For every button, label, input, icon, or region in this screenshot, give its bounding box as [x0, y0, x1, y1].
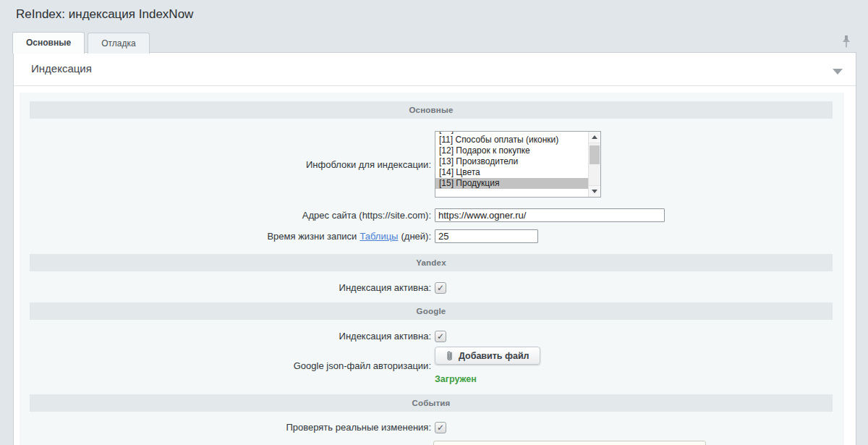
tables-link[interactable]: Таблицы [359, 231, 398, 242]
infoblocks-label: Инфоблоки для индексации: [20, 159, 431, 170]
tab-debug[interactable]: Отладка [88, 33, 149, 54]
ttl-label-suffix: (дней): [401, 231, 431, 242]
tab-bar: Основные Отладка [12, 32, 150, 54]
google-json-row: Google json-файл авторизации: Добавить ф… [20, 346, 844, 385]
partial-bottom-control[interactable] [433, 441, 706, 445]
list-item[interactable]: [12] Подарок к покупке [435, 145, 588, 156]
panel-header: Индексация [14, 53, 856, 86]
settings-panel: Индексация Основные Инфоблоки для индекс… [13, 52, 856, 445]
section-header-yandex: Yandex [30, 254, 833, 271]
scrollbar-thumb[interactable] [590, 145, 600, 164]
google-active-checkbox[interactable]: ✓ [435, 331, 446, 342]
ttl-label-prefix: Время жизни записи [267, 231, 357, 242]
scroll-up-icon[interactable] [589, 132, 600, 143]
check-real-changes-checkbox[interactable]: ✓ [435, 422, 446, 433]
section-header-google: Google [30, 302, 833, 320]
ttl-input[interactable] [435, 229, 538, 243]
section-header-general: Основные [30, 101, 833, 119]
pin-icon[interactable] [841, 35, 852, 49]
listbox-scrollbar[interactable] [588, 132, 600, 197]
section-header-events: События [30, 394, 833, 412]
google-active-label: Индексация активна: [20, 331, 431, 342]
site-url-input[interactable] [435, 208, 665, 222]
ttl-row: Время жизни записиТаблицы(дней): [20, 229, 844, 243]
add-file-button[interactable]: Добавить файл [435, 347, 540, 365]
scroll-down-icon[interactable] [589, 185, 600, 197]
infoblocks-row: Инфоблоки для индексации: [10] Способы о… [20, 131, 844, 198]
list-item[interactable]: [11] Способы оплаты (иконки) [435, 135, 588, 145]
page-title: ReIndex: индексация IndexNow [16, 7, 193, 22]
infoblocks-multiselect[interactable]: [10] Способы оплаты [11] Способы оплаты … [435, 131, 601, 198]
site-url-row: Адрес сайта (https://site.com): [20, 208, 844, 222]
yandex-active-checkbox[interactable]: ✓ [435, 282, 446, 294]
yandex-active-label: Индексация активна: [20, 282, 431, 293]
list-item[interactable]: [14] Цвета [435, 167, 588, 178]
site-url-label: Адрес сайта (https://site.com): [20, 210, 431, 221]
chevron-down-icon[interactable] [833, 69, 843, 75]
paperclip-icon [446, 350, 454, 361]
list-item[interactable]: [13] Производители [435, 156, 588, 167]
yandex-active-row: Индексация активна: ✓ [20, 281, 844, 294]
check-real-changes-label: Проверять реальные изменения: [20, 422, 431, 433]
infoblocks-options: [10] Способы оплаты [11] Способы оплаты … [435, 131, 588, 189]
tab-main[interactable]: Основные [12, 32, 85, 54]
panel-title: Индексация [31, 62, 92, 75]
upload-status: Загружен [435, 374, 477, 384]
google-active-row: Индексация активна: ✓ [20, 330, 844, 342]
form-content: Основные Инфоблоки для индексации: [10] … [20, 93, 844, 445]
ttl-label: Время жизни записиТаблицы(дней): [20, 231, 431, 242]
add-file-button-label: Добавить файл [459, 351, 529, 361]
list-item-selected[interactable]: [15] Продукция [435, 178, 588, 189]
google-json-label: Google json-файл авторизации: [20, 360, 431, 371]
check-real-changes-row: Проверять реальные изменения: ✓ [20, 421, 844, 433]
